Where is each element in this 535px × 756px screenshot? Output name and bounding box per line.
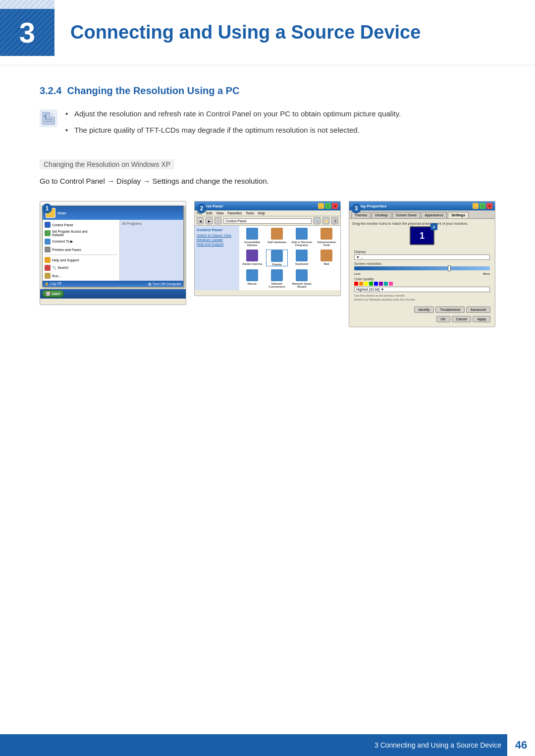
apply-btn[interactable]: Apply bbox=[473, 316, 490, 322]
view-btn[interactable]: ☰ bbox=[331, 217, 338, 224]
cp-icon-network[interactable]: Network Connections bbox=[266, 269, 288, 288]
run-icon bbox=[45, 273, 51, 279]
help-link[interactable]: Help and Support bbox=[197, 243, 237, 246]
start-menu-left: Control Panel Set Program Access andDefa… bbox=[43, 220, 120, 281]
mouse-icon bbox=[246, 269, 258, 281]
cp-icon-accessibility[interactable]: Accessibility Options bbox=[241, 228, 263, 247]
start-menu-username: User bbox=[57, 211, 66, 215]
start-menu-item-printers[interactable]: Printers and Faxes bbox=[43, 246, 119, 253]
cp-icon-display[interactable]: Display bbox=[266, 250, 288, 266]
chapter-number: 3 bbox=[19, 16, 35, 49]
troubleshoot-btn[interactable]: Troubleshoot bbox=[435, 306, 465, 313]
note-icon bbox=[40, 109, 57, 127]
menu-view[interactable]: View bbox=[216, 211, 223, 215]
ok-btn[interactable]: OK bbox=[436, 316, 450, 322]
dp-close-btn[interactable]: × bbox=[486, 203, 492, 209]
cp-body: Control Panel Switch to Classic View Win… bbox=[195, 226, 340, 290]
maximize-btn[interactable]: □ bbox=[325, 203, 331, 209]
dp-content: Drag the monitor icons to match the phys… bbox=[349, 219, 495, 327]
accessibility-icon bbox=[246, 228, 258, 240]
cp-icon-adobe[interactable]: Adobe Gamma bbox=[241, 250, 263, 266]
start-menu-body: Control Panel Set Program Access andDefa… bbox=[43, 220, 183, 281]
monitor-1-label: 1 bbox=[420, 231, 425, 241]
cancel-btn[interactable]: Cancel bbox=[452, 316, 472, 322]
tab-appearance[interactable]: Appearance bbox=[421, 212, 447, 218]
display-select[interactable]: ▼ ... bbox=[354, 254, 490, 260]
cp-icon-admin[interactable]: Administrative Tools bbox=[316, 228, 337, 247]
start-menu-item-defaults[interactable]: Set Program Access andDefaults bbox=[43, 229, 119, 238]
printers-icon bbox=[45, 247, 51, 252]
programs-icon bbox=[296, 228, 308, 240]
cp-icon-network-setup[interactable]: Network Setup Wizard bbox=[291, 269, 313, 288]
start-button[interactable]: 🪟 start bbox=[42, 290, 64, 298]
cp-icon-hardware[interactable]: Add Hardware bbox=[266, 228, 288, 247]
admin-icon bbox=[321, 228, 332, 240]
network-icon bbox=[271, 269, 283, 281]
dp-hint-text: Use this device as the primary monitor. bbox=[354, 294, 490, 297]
footer-page-number: 46 bbox=[507, 734, 535, 756]
folders-btn[interactable]: 📁 bbox=[322, 217, 329, 224]
monitor-2-badge: 2 bbox=[430, 223, 437, 230]
up-btn[interactable]: ↑ bbox=[214, 217, 221, 224]
start-menu-header: User bbox=[43, 206, 183, 220]
search-menu-icon bbox=[45, 265, 51, 271]
advanced-btn[interactable]: Advanced bbox=[466, 306, 490, 313]
menu-edit[interactable]: Edit bbox=[206, 211, 212, 215]
display-icon bbox=[271, 250, 283, 262]
taskbar: 🪟 start bbox=[40, 289, 186, 299]
window-controls: _ □ × bbox=[318, 203, 338, 209]
hardware-icon bbox=[271, 228, 283, 240]
dp-extend-text: Extend my Windows desktop onto this moni… bbox=[354, 298, 490, 301]
screenshot-1-number: 1 bbox=[42, 203, 52, 213]
color-quality-select[interactable]: Highest (32 bit) ▼ bbox=[354, 287, 490, 292]
screenshots-row: 1 User Control Panel bbox=[40, 201, 495, 327]
dp-buttons-row: Identify Troubleshoot Advanced bbox=[352, 305, 492, 314]
color-purple bbox=[379, 282, 383, 286]
tab-desktop[interactable]: Desktop bbox=[372, 212, 391, 218]
address-bar[interactable]: Control Panel bbox=[223, 218, 312, 224]
footer-text: 3 Connecting and Using a Source Device bbox=[374, 741, 507, 749]
logoff-btn[interactable]: 🔒 Log Off bbox=[45, 282, 61, 286]
minimize-btn[interactable]: _ bbox=[318, 203, 324, 209]
start-menu-item-search[interactable]: 🔍 Search bbox=[43, 264, 119, 272]
connect-icon bbox=[45, 239, 51, 245]
forward-btn[interactable]: ▶ bbox=[206, 217, 213, 224]
tab-screensaver[interactable]: Screen Saver bbox=[392, 212, 420, 218]
start-menu-item-connect[interactable]: Connect To ▶ bbox=[43, 238, 119, 246]
screenshot-3-number: 3 bbox=[351, 203, 361, 213]
start-menu-item-run[interactable]: Run... bbox=[43, 272, 119, 280]
start-menu-item-help[interactable]: Help and Support bbox=[43, 256, 119, 264]
start-menu-item-cp[interactable]: Control Panel bbox=[43, 221, 119, 229]
search-btn[interactable]: 🔍 bbox=[314, 217, 321, 224]
windows-update-link[interactable]: Windows Update bbox=[197, 238, 237, 242]
dp-minimize-btn[interactable]: _ bbox=[473, 203, 479, 209]
turnoff-btn[interactable]: ⏻ Turn Off Computer bbox=[148, 282, 181, 286]
cp-icon bbox=[45, 222, 51, 228]
tab-settings[interactable]: Settings bbox=[448, 212, 469, 218]
cp-icon-keyboard[interactable]: Keyboard bbox=[291, 250, 313, 266]
adobe-icon bbox=[246, 250, 258, 261]
close-btn[interactable]: × bbox=[332, 203, 338, 209]
cp-icon-programs[interactable]: Add or Remove Programs bbox=[291, 228, 313, 247]
chapter-title: Connecting and Using a Source Device bbox=[54, 22, 421, 43]
menu-help[interactable]: Help bbox=[258, 211, 265, 215]
slider-thumb bbox=[448, 265, 451, 271]
resolution-slider[interactable] bbox=[354, 266, 490, 270]
cp-icon-mail[interactable]: Mail bbox=[316, 250, 337, 266]
cp-icon-mouse[interactable]: Mouse bbox=[241, 269, 263, 288]
menu-tools[interactable]: Tools bbox=[246, 211, 254, 215]
dp-tabs: Themes Desktop Screen Saver Appearance S… bbox=[349, 210, 495, 219]
identify-btn[interactable]: Identify bbox=[414, 306, 434, 313]
screenshot-1: 1 User Control Panel bbox=[40, 201, 186, 305]
start-menu-footer: 🔒 Log Off ⏻ Turn Off Computer bbox=[43, 281, 183, 287]
menu-favorites[interactable]: Favorites bbox=[227, 211, 242, 215]
back-btn[interactable]: ◀ bbox=[197, 217, 204, 224]
switch-view-link[interactable]: Switch to Classic View bbox=[197, 234, 237, 237]
page-footer: 3 Connecting and Using a Source Device 4… bbox=[0, 734, 535, 756]
dp-maximize-btn[interactable]: □ bbox=[480, 203, 485, 209]
color-cyan bbox=[384, 282, 388, 286]
winxp-start-menu: User Control Panel Set Program Access a bbox=[40, 205, 186, 304]
dp-ok-buttons: OK Cancel Apply bbox=[352, 314, 492, 324]
screenshot-2: 2 Control Panel _ □ × File Edit View Fav… bbox=[194, 201, 341, 296]
cp-window: Control Panel _ □ × File Edit View Favor… bbox=[195, 202, 340, 296]
